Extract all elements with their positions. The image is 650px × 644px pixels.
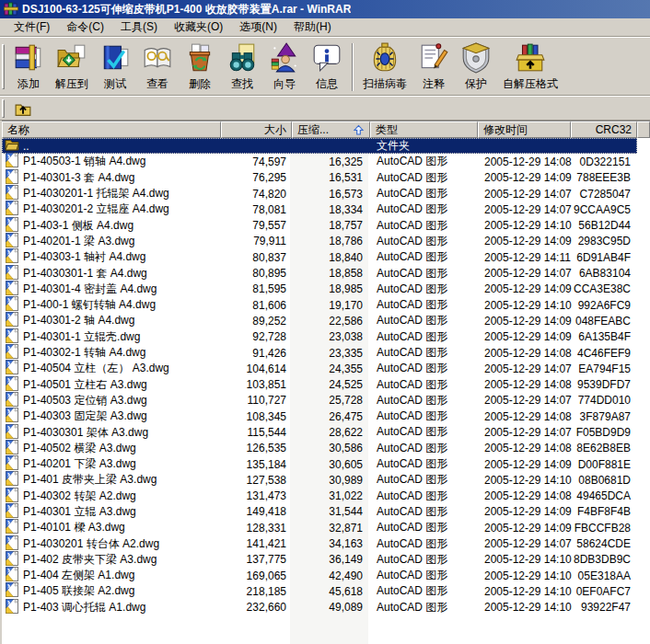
table-row[interactable]: P1-40303-1 轴衬 A4.dwg 80,837 18,840 AutoC… <box>2 249 650 265</box>
cell-size: 78,081 <box>221 203 292 216</box>
cell-size: 74,597 <box>221 155 292 168</box>
table-row[interactable]: P1-40504 立柱（左） A3.dwg 104,614 24,355 Aut… <box>2 361 650 376</box>
cell-size: 115,544 <box>221 426 292 439</box>
table-row[interactable]: P1-40302-1 转轴 A4.dwg 91,426 23,335 AutoC… <box>2 345 650 361</box>
table-row[interactable]: P1-40201-1 梁 A3.dwg 79,911 18,786 AutoCA… <box>2 234 650 249</box>
column-header-modified[interactable]: 修改时间 <box>478 121 571 138</box>
menu-item-n[interactable]: 选项(N) <box>231 17 285 37</box>
toolbar-button-delete[interactable]: 删除 <box>179 39 221 94</box>
cell-size: 108,345 <box>221 410 292 423</box>
table-row[interactable]: P1-40301 立辊 A3.dwg 149,418 31,544 AutoCA… <box>2 504 650 520</box>
cell-modified: 2005-12-29 14:09 <box>478 458 571 471</box>
table-row[interactable]: P1-40501 立柱右 A3.dwg 103,851 24,525 AutoC… <box>2 376 650 392</box>
table-row[interactable]: P1-400-1 螺钉转轴 A4.dwg 81,606 19,170 AutoC… <box>2 297 650 313</box>
table-row-parent-dir-selected[interactable]: .. 文件夹 <box>2 138 637 154</box>
cell-name: P1-4030201 转台体 A2.dwg <box>2 535 221 553</box>
menu-item-h[interactable]: 帮助(H) <box>285 17 340 37</box>
cell-type: AutoCAD 图形 <box>370 536 478 552</box>
table-row[interactable]: P1-405 联接架 A2.dwg 218,185 45,618 AutoCAD… <box>2 583 650 599</box>
toolbar-button-info[interactable]: 信息 <box>306 39 348 94</box>
table-row[interactable]: P1-404 左侧架 A1.dwg 169,065 42,490 AutoCAD… <box>2 568 650 583</box>
dwg-file-icon <box>5 535 23 553</box>
address-bar-gripper[interactable] <box>2 99 5 118</box>
table-row[interactable]: P1-4030301-1 套 A4.dwg 80,895 18,858 Auto… <box>2 265 650 281</box>
cell-packed: 18,840 <box>292 251 370 264</box>
cell-size: 91,426 <box>221 347 292 360</box>
menu-item-s[interactable]: 工具(S) <box>112 17 166 37</box>
toolbar-button-extract-to[interactable]: 解压到 <box>50 39 94 94</box>
menu-item-f[interactable]: 文件(F) <box>6 17 58 37</box>
table-row[interactable]: P1-402 皮带夹下梁 A3.dwg 137,775 36,149 AutoC… <box>2 552 650 568</box>
menu-item-c[interactable]: 命令(C) <box>58 17 112 37</box>
table-row[interactable]: P1-40301-3 套 A4.dwg 76,295 16,531 AutoCA… <box>2 170 650 186</box>
dwg-file-icon <box>5 296 23 314</box>
cell-modified: 2005-12-29 14:09 <box>478 522 571 535</box>
dwg-file-icon <box>5 344 23 362</box>
cell-size: 126,535 <box>221 442 292 454</box>
toolbar-button-sfx[interactable]: 自解压格式 <box>497 39 563 94</box>
dwg-file-icon <box>5 248 23 266</box>
column-header-packed[interactable]: 压缩... <box>292 121 370 138</box>
table-row[interactable]: P1-403-1 侧板 A4.dwg 79,557 18,757 AutoCAD… <box>2 217 650 233</box>
table-row[interactable]: P1-40503-1 销轴 A4.dwg 74,597 16,325 AutoC… <box>2 154 650 169</box>
table-row[interactable]: P1-40201 下梁 A3.dwg 135,184 30,605 AutoCA… <box>2 456 650 472</box>
cell-size: 80,837 <box>221 251 292 264</box>
toolbar-button-protect[interactable]: 保护 <box>455 39 497 94</box>
toolbar-button-test-archive[interactable]: 测试 <box>94 39 136 94</box>
table-row[interactable]: P1-4030201 转台体 A2.dwg 141,421 34,163 Aut… <box>2 535 650 551</box>
cell-type: AutoCAD 图形 <box>370 218 478 234</box>
cell-size: 89,252 <box>221 315 292 328</box>
column-header-name[interactable]: 名称 <box>2 121 221 138</box>
cell-name: P1-4030201-2 立辊座 A4.dwg <box>2 201 221 218</box>
table-row[interactable]: P1-40301-4 密封盖 A4.dwg 81,595 18,985 Auto… <box>2 282 650 297</box>
up-one-level-button[interactable] <box>11 98 35 120</box>
cell-type: AutoCAD 图形 <box>370 201 478 217</box>
cell-packed: 16,573 <box>292 188 370 201</box>
cell-type: AutoCAD 图形 <box>370 266 478 282</box>
cell-packed: 30,989 <box>292 474 370 487</box>
toolbar-button-add-archive[interactable]: 添加 <box>7 39 50 94</box>
delete-icon <box>184 42 215 76</box>
column-header-type[interactable]: 类型 <box>370 121 478 138</box>
cell-name: P1-40303-1 轴衬 A4.dwg <box>2 248 221 266</box>
toolbar-button-comment[interactable]: 注释 <box>412 39 455 94</box>
table-row[interactable]: P1-40303 固定架 A3.dwg 108,345 26,475 AutoC… <box>2 408 650 424</box>
column-header-crc32[interactable]: CRC32 <box>571 121 637 138</box>
cell-modified: 2005-12-29 14:10 <box>478 601 571 614</box>
wizard-icon <box>269 42 300 76</box>
table-row[interactable]: P1-40302 转架 A2.dwg 131,473 31,022 AutoCA… <box>2 489 650 504</box>
toolbar-gripper[interactable] <box>2 44 5 89</box>
table-row[interactable]: P1-4030301 架体 A3.dwg 115,544 28,622 Auto… <box>2 424 650 440</box>
cell-crc32: 08B0681D <box>571 474 637 487</box>
cell-crc32: FBCCFB28 <box>571 522 637 535</box>
table-row[interactable]: P1-401 皮带夹上梁 A3.dwg 127,538 30,989 AutoC… <box>2 472 650 488</box>
cell-packed: 34,163 <box>292 537 370 550</box>
toolbar-button-wizard[interactable]: 向导 <box>263 39 306 94</box>
cell-name: P1-40301 立辊 A3.dwg <box>2 503 221 521</box>
menu-item-o[interactable]: 收藏夹(O) <box>166 17 231 37</box>
table-row[interactable]: P1-403 调心托辊 A1.dwg 232,660 49,089 AutoCA… <box>2 600 650 615</box>
cell-size: 81,606 <box>221 299 292 312</box>
cell-packed: 16,531 <box>292 171 370 184</box>
cell-modified: 2005-12-29 14:09 <box>478 330 571 343</box>
column-header-size[interactable]: 大小 <box>221 121 292 138</box>
winrar-books-icon[interactable] <box>4 2 18 17</box>
table-row[interactable]: P1-4030201-2 立辊座 A4.dwg 78,081 18,334 Au… <box>2 201 650 217</box>
cell-size: 128,331 <box>221 522 292 535</box>
dwg-file-icon <box>5 519 23 536</box>
toolbar-button-find[interactable]: 查找 <box>221 39 263 94</box>
table-row[interactable]: P1-4030201-1 托辊架 A4.dwg 74,820 16,573 Au… <box>2 186 650 201</box>
toolbar-button-view-file[interactable]: 查看 <box>136 39 179 94</box>
toolbar-button-virus-scan[interactable]: 扫描病毒 <box>357 39 412 94</box>
table-row[interactable]: P1-40301-2 轴 A4.dwg 89,252 22,586 AutoCA… <box>2 313 650 328</box>
dwg-file-icon <box>5 582 23 600</box>
table-row[interactable]: P1-40502 横梁 A3.dwg 126,535 30,586 AutoCA… <box>2 441 650 456</box>
cell-packed: 22,586 <box>292 315 370 328</box>
table-row[interactable]: P1-40503 定位销 A3.dwg 110,727 25,728 AutoC… <box>2 393 650 408</box>
table-row[interactable]: P1-40301-1 立辊壳.dwg 92,728 23,038 AutoCAD… <box>2 329 650 345</box>
toolbar-button-label: 保护 <box>465 76 487 92</box>
cell-packed: 23,335 <box>292 347 370 360</box>
table-row[interactable]: P1-40101 樑 A3.dwg 128,331 32,871 AutoCAD… <box>2 520 650 535</box>
cell-crc32: 56B12D44 <box>571 219 637 232</box>
cell-name: P1-40302 转架 A2.dwg <box>2 488 221 505</box>
